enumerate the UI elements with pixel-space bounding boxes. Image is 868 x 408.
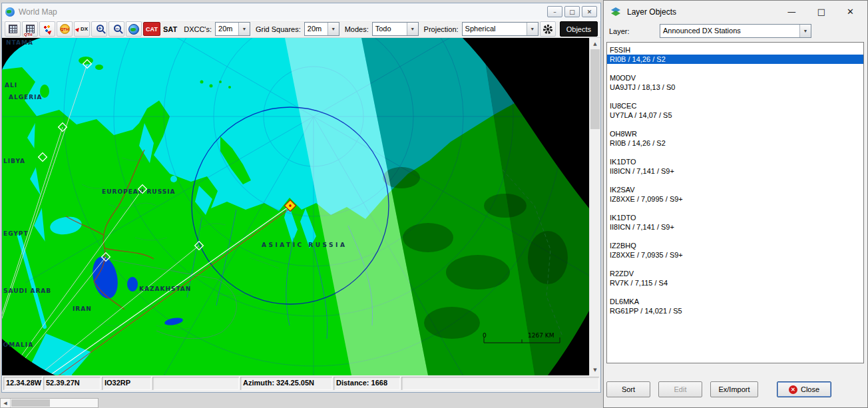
- minimize-button[interactable]: –: [547, 6, 562, 17]
- grid-squares-combo[interactable]: 20m ▼: [304, 22, 339, 36]
- list-item[interactable]: IZ2BHQIZ8XXE / 7,0935 / S9+: [607, 241, 863, 260]
- scroll-down-icon[interactable]: ▼: [590, 364, 600, 375]
- window-title: World Map: [19, 7, 57, 17]
- sort-button[interactable]: Sort: [606, 381, 650, 397]
- layer-objects-titlebar[interactable]: Layer Objects — □ ✕: [604, 1, 867, 23]
- grid-icon: [9, 25, 17, 33]
- grid-squares-value: 20m: [305, 23, 327, 35]
- map-toolbar: QTH QTH DX + − CAT SAT DXCC's:: [2, 20, 600, 38]
- chevron-down-icon[interactable]: ▼: [799, 25, 811, 37]
- entry-detail[interactable]: RI0B / 14,26 / S2: [607, 138, 863, 148]
- edit-button[interactable]: Edit: [658, 381, 702, 397]
- entry-callsign[interactable]: IZ2BHQ: [607, 241, 863, 250]
- entry-callsign[interactable]: IK2SAV: [607, 185, 863, 194]
- entry-callsign[interactable]: IK1DTO: [607, 157, 863, 166]
- modes-value: Todo: [373, 23, 407, 35]
- list-item[interactable]: DL6MKARG61PP / 14,021 / S5: [607, 297, 863, 315]
- status-empty: [152, 377, 239, 390]
- chevron-down-icon[interactable]: ▼: [527, 23, 538, 35]
- grid-qth-button[interactable]: QTH: [22, 21, 38, 37]
- list-item[interactable]: R2ZDVRV7K / 7,115 / S4: [607, 269, 863, 288]
- list-item[interactable]: IK1DTOII8ICN / 7,141 / S9+: [607, 157, 863, 176]
- entry-callsign[interactable]: DL6MKA: [607, 297, 863, 306]
- projection-label: Projection:: [424, 25, 459, 33]
- horizontal-scrollbar[interactable]: ◀: [0, 398, 99, 408]
- map-vertical-scrollbar[interactable]: ▲ ▼: [589, 38, 600, 375]
- maximize-button[interactable]: □: [564, 6, 580, 17]
- desktop: World Map – □ ✕ QTH QTH DX: [0, 0, 868, 408]
- list-item[interactable]: F5SIHRI0B / 14,26 / S2: [607, 45, 863, 64]
- entry-detail[interactable]: II8ICN / 7,141 / S9+: [607, 166, 863, 176]
- dx-spots-icon: [43, 25, 52, 34]
- entry-callsign[interactable]: M0ODV: [607, 73, 863, 83]
- minimize-button[interactable]: —: [787, 7, 796, 17]
- scrollbar-thumb[interactable]: [11, 399, 50, 407]
- list-item[interactable]: IU8CECUY7LA / 14,07 / S5: [607, 101, 863, 120]
- chevron-down-icon[interactable]: ▼: [407, 23, 418, 35]
- list-item[interactable]: OH8WRRI0B / 14,26 / S2: [607, 129, 863, 148]
- entry-detail[interactable]: IZ8XXE / 7,0935 / S9+: [607, 250, 863, 260]
- map-country-label: NTAMA: [6, 39, 33, 46]
- layer-objects-window: Layer Objects — □ ✕ Layer: Announced DX …: [603, 0, 868, 408]
- world-map[interactable]: 0 1267 KM NTAMAALIALGERIALIBYAEGYPTSAUDI…: [2, 38, 589, 375]
- entry-detail[interactable]: IZ8XXE / 7,0995 / S9+: [607, 194, 863, 204]
- modes-label: Modes:: [345, 25, 369, 33]
- scrollbar-track[interactable]: [590, 49, 600, 364]
- list-item[interactable]: IK1DTOII8ICN / 7,141 / S9+: [607, 213, 863, 232]
- close-button[interactable]: ✕: [847, 7, 854, 17]
- dx-spots-button[interactable]: [39, 21, 55, 37]
- scroll-up-icon[interactable]: ▲: [590, 38, 600, 49]
- entry-detail[interactable]: RV7K / 7,115 / S4: [607, 278, 863, 288]
- zoom-in-icon: +: [97, 25, 104, 32]
- globe-button[interactable]: [126, 21, 142, 37]
- entry-callsign[interactable]: R2ZDV: [607, 269, 863, 278]
- chevron-down-icon[interactable]: ▼: [327, 23, 339, 35]
- list-item[interactable]: M0ODVUA9JTJ / 18,13 / S0: [607, 73, 863, 92]
- map-country-label: ASIATIC RUSSIA: [262, 242, 347, 248]
- dxccs-label: DXCC's:: [184, 25, 212, 33]
- entry-detail[interactable]: RG61PP / 14,021 / S5: [607, 306, 863, 315]
- entry-detail[interactable]: UY7LA / 14,07 / S5: [607, 110, 863, 120]
- world-map-window: World Map – □ ✕ QTH QTH DX: [1, 3, 601, 393]
- projection-combo[interactable]: Spherical ▼: [462, 22, 539, 36]
- settings-button[interactable]: [540, 21, 556, 37]
- world-map-titlebar[interactable]: World Map – □ ✕: [2, 3, 600, 20]
- close-icon: ✕: [789, 385, 797, 394]
- chevron-down-icon[interactable]: ▼: [238, 23, 250, 35]
- objects-button[interactable]: Objects: [560, 21, 598, 37]
- scroll-left-icon[interactable]: ◀: [1, 399, 11, 407]
- entry-detail[interactable]: RI0B / 14,26 / S2: [607, 55, 863, 64]
- panel-title: Layer Objects: [627, 7, 676, 17]
- scrollbar-thumb[interactable]: [590, 49, 600, 129]
- close-button[interactable]: ✕: [582, 6, 597, 17]
- layer-combo[interactable]: Announced DX Stations ▼: [660, 24, 811, 38]
- entry-callsign[interactable]: F5SIH: [607, 45, 863, 55]
- entry-detail[interactable]: UA9JTJ / 18,13 / S0: [607, 83, 863, 92]
- list-item[interactable]: IK2SAVIZ8XXE / 7,0995 / S9+: [607, 185, 863, 204]
- dx-button[interactable]: DX: [74, 21, 90, 37]
- status-empty-2: [401, 377, 599, 390]
- scale-distance-label: 1267 KM: [528, 332, 554, 339]
- zoom-out-icon: −: [114, 25, 121, 32]
- cat-button[interactable]: CAT: [143, 22, 160, 36]
- maximize-button[interactable]: □: [817, 7, 825, 17]
- close-panel-button[interactable]: ✕ Close: [777, 381, 831, 397]
- entry-callsign[interactable]: IU8CEC: [607, 101, 863, 110]
- layer-list[interactable]: F5SIHRI0B / 14,26 / S2M0ODVUA9JTJ / 18,1…: [606, 42, 864, 363]
- qth-button[interactable]: QTH: [57, 21, 73, 37]
- modes-combo[interactable]: Todo ▼: [372, 22, 419, 36]
- ex-import-button[interactable]: Ex/Import: [710, 381, 758, 397]
- projection-value: Spherical: [463, 23, 527, 35]
- zoom-in-button[interactable]: +: [91, 21, 107, 37]
- layer-label: Layer:: [609, 27, 660, 35]
- zoom-out-button[interactable]: −: [108, 21, 124, 37]
- entry-callsign[interactable]: OH8WR: [607, 129, 863, 138]
- grid-squares-label: Grid Squares:: [256, 25, 301, 33]
- dxccs-combo[interactable]: 20m ▼: [215, 22, 250, 36]
- grid-button[interactable]: [5, 21, 21, 37]
- entry-detail[interactable]: II8ICN / 7,141 / S9+: [607, 222, 863, 232]
- globe-icon: [128, 24, 139, 35]
- entry-callsign[interactable]: IK1DTO: [607, 213, 863, 222]
- map-country-label: KAZAKHSTAN: [139, 286, 191, 292]
- map-country-label: SOMALIA: [2, 341, 33, 348]
